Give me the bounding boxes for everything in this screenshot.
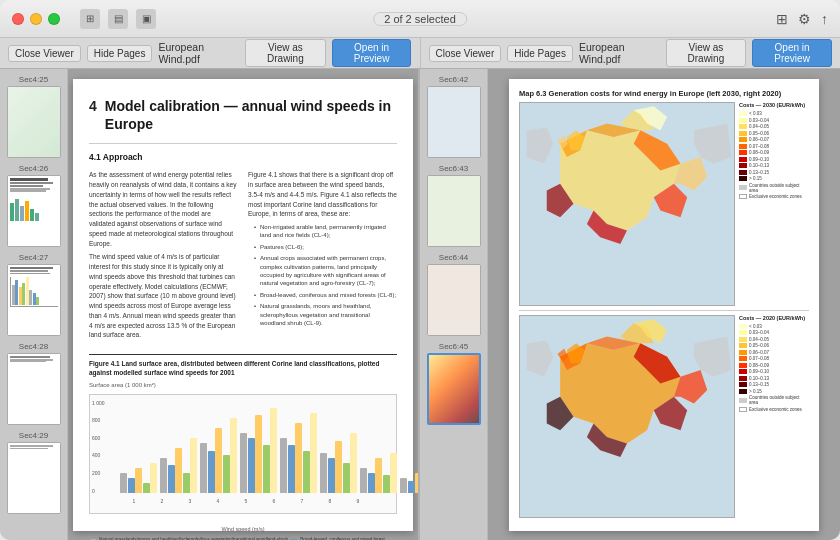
top-legend-lt003: < 0.03: [739, 111, 809, 116]
share-icon[interactable]: ↑: [821, 11, 828, 27]
window-title: 2 of 2 selected: [373, 12, 467, 26]
left-thumb-img-sec426[interactable]: [7, 175, 61, 247]
bullet-list: Non-irrigated arable land, permanently i…: [248, 223, 397, 327]
left-thumb-label-sec427: Sec4:27: [19, 253, 48, 262]
left-thumb-sec427[interactable]: Sec4:27: [4, 253, 64, 336]
right-panel: Sec6:42 Sec6:43 Sec6:44 Sec6:45: [420, 69, 840, 540]
left-thumb-img-sec428[interactable]: [7, 353, 61, 425]
display-icon[interactable]: ▣: [136, 9, 156, 29]
thumb-content-sec645: [429, 355, 479, 423]
thumb-content-sec643: [428, 176, 480, 246]
bar-4e: [270, 408, 277, 493]
right-thumb-sec643[interactable]: Sec6:43: [424, 164, 484, 247]
bar-5c: [295, 423, 302, 493]
right-thumb-sec644[interactable]: Sec6:44: [424, 253, 484, 336]
right-doc-page: Map 6.3 Generation costs for wind energy…: [509, 79, 819, 531]
bottom-legend-title: Costs — 2020 (EUR/kWh): [739, 315, 809, 321]
title-bar: ⊞ ▤ ▣ 2 of 2 selected ⊞ ⚙ ↑: [0, 0, 840, 38]
heading-divider: [89, 143, 397, 144]
bar-8a: [400, 478, 407, 493]
right-view-drawing-button[interactable]: View as Drawing: [666, 39, 747, 67]
right-open-preview-button[interactable]: Open in Preview: [752, 39, 832, 67]
right-thumb-img-sec642[interactable]: [427, 86, 481, 158]
bullet-3: Annual crops associated with permanent c…: [254, 254, 397, 288]
y-axis-values: 1 000 800 600 400 200 0: [92, 395, 105, 513]
bottom-legend-box-003-004: [739, 330, 747, 335]
layout-icon[interactable]: ▤: [108, 9, 128, 29]
bottom-legend-004-005: 0.04–0.05: [739, 337, 809, 342]
left-open-preview-button[interactable]: Open in Preview: [332, 39, 412, 67]
bar-5a: [280, 438, 287, 493]
right-thumb-sec642[interactable]: Sec6:42: [424, 75, 484, 158]
bar-6e: [350, 433, 357, 493]
bar-5d: [303, 451, 310, 493]
bottom-legend-text-008-009: 0.08–0.09: [749, 363, 769, 368]
left-thumb-sec425[interactable]: Sec4:25: [4, 75, 64, 158]
left-hide-pages-button[interactable]: Hide Pages: [87, 45, 153, 62]
top-legend-box-005-006: [739, 131, 747, 136]
right-close-viewer-button[interactable]: Close Viewer: [429, 45, 502, 62]
left-thumb-img-sec425[interactable]: [7, 86, 61, 158]
bar-7c: [375, 458, 382, 493]
traffic-lights: [12, 13, 60, 25]
top-legend-008-009: 0.08–0.09: [739, 150, 809, 155]
bottom-legend-text-lt003: < 0.03: [749, 324, 762, 329]
filter-icon[interactable]: ⊞: [776, 11, 788, 27]
right-thumb-img-sec645[interactable]: [427, 353, 481, 425]
top-legend-box-economic: [739, 194, 747, 199]
maximize-window-button[interactable]: [48, 13, 60, 25]
minimize-window-button[interactable]: [30, 13, 42, 25]
x-axis-title: Wind speed (m/s): [89, 526, 397, 534]
left-thumb-sec428[interactable]: Sec4:28: [4, 342, 64, 425]
bottom-legend-box-005-006: [739, 343, 747, 348]
left-thumb-sec429[interactable]: Sec4:29: [4, 431, 64, 514]
bottom-legend-box-outside: [739, 398, 747, 403]
bottom-legend-text-economic: Exclusive economic zones: [749, 407, 802, 412]
left-thumb-sec426[interactable]: Sec4:26: [4, 164, 64, 247]
right-thumb-img-sec644[interactable]: [427, 264, 481, 336]
thumb-content-sec429: [8, 443, 60, 513]
top-legend-013-015: 0.13–0.15: [739, 170, 809, 175]
bar-2b: [168, 465, 175, 493]
left-close-viewer-button[interactable]: Close Viewer: [8, 45, 81, 62]
bottom-legend-box-lt003: [739, 324, 747, 329]
left-thumb-label-sec425: Sec4:25: [19, 75, 48, 84]
left-thumb-img-sec429[interactable]: [7, 442, 61, 514]
top-legend-outside: Countries outside subject area: [739, 183, 809, 193]
chapter-number: 4: [89, 97, 97, 117]
right-thumb-img-sec643[interactable]: [427, 175, 481, 247]
bar-group-7: [360, 453, 397, 493]
bar-7a: [360, 468, 367, 493]
bar-group-1: [120, 463, 157, 493]
settings-icon[interactable]: ⚙: [798, 11, 811, 27]
left-view-drawing-button[interactable]: View as Drawing: [245, 39, 326, 67]
close-window-button[interactable]: [12, 13, 24, 25]
top-legend-box-006-007: [739, 137, 747, 142]
top-legend-gt015: > 0.15: [739, 176, 809, 181]
bullet-2: Pastures (CL-6);: [254, 243, 397, 251]
top-legend-box-013-015: [739, 170, 747, 175]
left-thumbnail-sidebar: Sec4:25 Sec4:26: [0, 69, 68, 540]
top-legend-box-004-005: [739, 124, 747, 129]
right-doc-view: Map 6.3 Generation costs for wind energy…: [488, 69, 840, 540]
paragraph-3: Figure 4.1 shows that there is a signifi…: [248, 170, 397, 219]
top-map-legend: Costs — 2030 (EUR/kWh) < 0.03 0.03–0.04 …: [739, 102, 809, 306]
top-legend-title: Costs — 2030 (EUR/kWh): [739, 102, 809, 108]
bar-6d: [343, 463, 350, 493]
top-legend-economic: Exclusive economic zones: [739, 194, 809, 199]
left-thumb-img-sec427[interactable]: [7, 264, 61, 336]
bottom-legend-text-gt015: > 0.15: [749, 389, 762, 394]
paragraph-2: The wind speed value of 4 m/s is of part…: [89, 252, 238, 340]
bar-6a: [320, 453, 327, 493]
top-legend-text-lt003: < 0.03: [749, 111, 762, 116]
top-legend-text-013-015: 0.13–0.15: [749, 170, 769, 175]
main-content: Sec4:25 Sec4:26: [0, 69, 840, 540]
doc-columns: As the assessment of wind energy potenti…: [89, 170, 397, 344]
right-thumb-sec645[interactable]: Sec6:45: [424, 342, 484, 425]
toolbar-icons: ⊞ ▤ ▣: [80, 9, 156, 29]
top-legend-005-006: 0.05–0.06: [739, 131, 809, 136]
grid-view-icon[interactable]: ⊞: [80, 9, 100, 29]
chart-area: 1 000 800 600 400 200 0: [89, 394, 397, 514]
x-axis: 1 2 3 4 5 6 7 8 9: [120, 498, 372, 505]
right-hide-pages-button[interactable]: Hide Pages: [507, 45, 573, 62]
